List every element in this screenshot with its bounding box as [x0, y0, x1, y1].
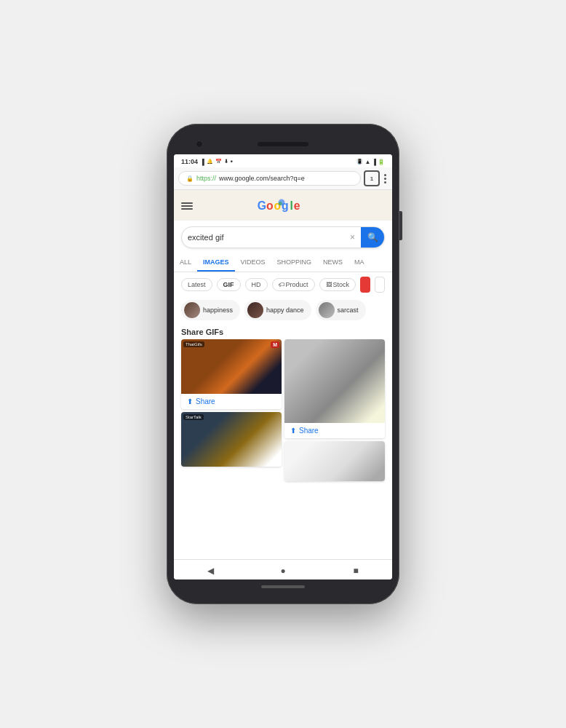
dot-indicator: •: [231, 158, 233, 165]
share-icon-1: ⬆: [187, 397, 193, 405]
menu-dot: [384, 178, 386, 180]
gif-source-badge-3: StarTalk: [183, 414, 204, 420]
phone-top-bar: [174, 134, 392, 154]
power-button[interactable]: [399, 211, 402, 240]
wifi-icon: ▲: [364, 159, 370, 165]
home-button[interactable]: ●: [277, 565, 289, 577]
share-icon-2: ⬆: [290, 427, 296, 435]
svg-point-7: [279, 202, 282, 205]
menu-dot: [384, 181, 386, 183]
hamburger-line: [181, 202, 193, 204]
gif-card-4[interactable]: [284, 441, 385, 481]
stock-icon: 🖼: [326, 282, 332, 288]
clear-search-icon[interactable]: ×: [350, 232, 355, 242]
svg-text:l: l: [290, 199, 292, 212]
search-query-text: excited gif: [188, 233, 350, 242]
hamburger-line: [181, 208, 193, 210]
gif-image-3: StarTalk: [181, 412, 282, 467]
search-bar-area: excited gif × 🔍: [174, 221, 392, 254]
filter-chips: Latest GIF HD 🏷 Product 🖼 Stock: [174, 272, 392, 297]
tab-shopping[interactable]: SHOPPING: [271, 254, 318, 272]
tab-images[interactable]: IMAGES: [197, 254, 235, 272]
suggestion-sarcastic[interactable]: sarcast: [316, 300, 366, 320]
gif-source-badge-1: ThatGifs: [183, 341, 204, 347]
phone-bottom: [261, 579, 305, 594]
browser-menu-button[interactable]: [383, 173, 388, 185]
suggestion-avatar-2: [247, 302, 263, 318]
hamburger-menu[interactable]: [181, 202, 193, 210]
tab-all[interactable]: ALL: [174, 254, 197, 272]
gif-grid: ThatGifs M ⬆ Share StarTalk: [174, 339, 392, 559]
product-icon: 🏷: [279, 282, 284, 288]
lock-icon: 🔒: [186, 175, 194, 182]
time-display: 11:04: [181, 158, 198, 165]
menu-dot: [384, 174, 386, 176]
gif-type-badge-1: M: [271, 341, 279, 348]
content-area: G o o g l e: [174, 190, 392, 579]
signal-icon: ▐: [200, 159, 204, 165]
tab-count-button[interactable]: 1: [364, 170, 380, 186]
svg-text:e: e: [294, 199, 300, 212]
search-button[interactable]: 🔍: [361, 227, 384, 248]
tab-videos[interactable]: VIDEOS: [235, 254, 271, 272]
url-text: www.google.com/search?q=e: [219, 175, 305, 182]
filter-latest[interactable]: Latest: [181, 278, 212, 291]
status-time: 11:04 ▐ 🔔 📅 ⬇ •: [181, 158, 233, 165]
url-bar-container: 🔒 https:// www.google.com/search?q=e 1: [174, 167, 392, 190]
gif-column-right: ⬆ Share: [284, 339, 385, 559]
phone-screen: 11:04 ▐ 🔔 📅 ⬇ • 📳 ▲ ▐ 🔋 🔒 https:// www.g…: [174, 154, 392, 579]
url-https: https://: [196, 175, 216, 182]
download-icon: ⬇: [224, 159, 228, 165]
gif-card-3[interactable]: StarTalk: [181, 412, 282, 467]
back-button[interactable]: ◀: [204, 565, 216, 577]
hamburger-line: [181, 205, 193, 207]
notification-icon: 🔔: [207, 159, 213, 165]
gif-column-left: ThatGifs M ⬆ Share StarTalk: [181, 339, 282, 559]
filter-stock[interactable]: 🖼 Stock: [319, 278, 356, 291]
camera: [196, 141, 203, 148]
tab-news[interactable]: NEWS: [317, 254, 348, 272]
tab-more[interactable]: MA: [348, 254, 370, 272]
gif-share-button-2[interactable]: ⬆ Share: [284, 423, 385, 438]
url-bar[interactable]: 🔒 https:// www.google.com/search?q=e: [178, 171, 361, 186]
google-header: G o o g l e: [174, 190, 392, 221]
filter-hd[interactable]: HD: [245, 278, 268, 291]
phone: 11:04 ▐ 🔔 📅 ⬇ • 📳 ▲ ▐ 🔋 🔒 https:// www.g…: [167, 124, 399, 604]
suggestion-pills: happiness happy dance sarcast: [174, 297, 392, 323]
gif-card-2[interactable]: ⬆ Share: [284, 339, 385, 438]
status-bar: 11:04 ▐ 🔔 📅 ⬇ • 📳 ▲ ▐ 🔋: [174, 154, 392, 167]
suggestion-avatar-1: [184, 302, 200, 318]
battery-icon: 🔋: [378, 159, 385, 165]
status-icons: 📳 ▲ ▐ 🔋: [356, 159, 385, 165]
vibrate-icon: 📳: [356, 159, 363, 165]
calendar-icon: 📅: [215, 159, 222, 165]
google-doodle-svg: G o o g l e: [256, 196, 307, 216]
bottom-navigation: ◀ ● ■: [174, 559, 392, 579]
filter-color-red[interactable]: [360, 277, 370, 293]
gif-image-2: [284, 339, 385, 423]
gif-image-1: ThatGifs M: [181, 339, 282, 394]
svg-text:o: o: [266, 199, 274, 212]
search-magnifier-icon: 🔍: [367, 232, 378, 242]
google-logo[interactable]: G o o g l e: [256, 196, 307, 216]
filter-gif[interactable]: GIF: [217, 278, 241, 291]
gif-card-1[interactable]: ThatGifs M ⬆ Share: [181, 339, 282, 409]
share-gifs-label: Share GIFs: [174, 323, 392, 339]
suggestion-happiness[interactable]: happiness: [181, 300, 240, 320]
filter-color-white[interactable]: [375, 277, 385, 293]
suggestion-happy-dance[interactable]: happy dance: [244, 300, 311, 320]
tab-navigation: ALL IMAGES VIDEOS SHOPPING NEWS MA: [174, 254, 392, 272]
search-bar[interactable]: excited gif × 🔍: [181, 226, 385, 248]
svg-text:G: G: [258, 199, 266, 212]
recents-button[interactable]: ■: [350, 565, 362, 577]
gif-image-4: [284, 441, 385, 481]
phone-bottom-indicator: [261, 585, 305, 588]
gif-share-button-1[interactable]: ⬆ Share: [181, 394, 282, 409]
filter-product[interactable]: 🏷 Product: [272, 278, 315, 291]
speaker: [258, 142, 308, 146]
signal-strength-icon: ▐: [372, 159, 376, 165]
suggestion-avatar-3: [319, 302, 335, 318]
